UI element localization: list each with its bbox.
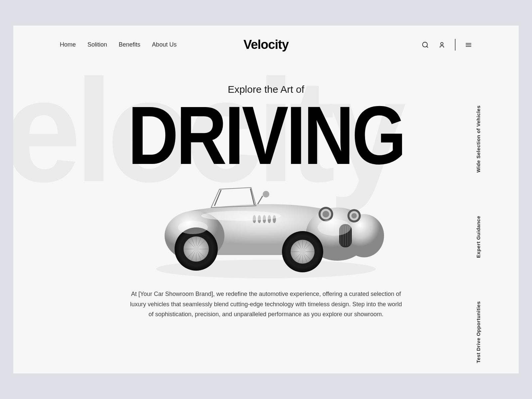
svg-point-0 <box>423 42 428 47</box>
hero-section: Explore the Art of DRIVING <box>13 84 519 173</box>
nav-about[interactable]: About Us <box>152 41 177 48</box>
nav-benefits[interactable]: Benefits <box>119 41 140 48</box>
search-icon <box>422 41 429 49</box>
svg-point-51 <box>201 211 281 221</box>
header: Home Solition Benefits About Us Velocity <box>13 26 519 51</box>
svg-point-12 <box>263 191 269 198</box>
svg-point-53 <box>178 221 208 234</box>
nav-home[interactable]: Home <box>60 41 76 48</box>
user-icon <box>438 41 446 49</box>
feature-test-drive[interactable]: Test Drive Opportunities <box>475 301 482 363</box>
menu-icon <box>465 41 472 49</box>
nav-solition[interactable]: Solition <box>87 41 107 48</box>
svg-line-1 <box>427 46 428 48</box>
svg-point-21 <box>323 211 329 217</box>
svg-point-2 <box>441 42 443 45</box>
menu-button[interactable] <box>465 41 472 49</box>
svg-line-13 <box>258 196 263 204</box>
feature-expert-guidance[interactable]: Expert Guidance <box>475 216 482 258</box>
brand-logo[interactable]: Velocity <box>243 38 289 52</box>
header-divider <box>455 39 456 51</box>
header-actions <box>422 39 472 51</box>
car-illustration-icon <box>141 169 391 282</box>
hero-description: At [Your Car Showroom Brand], we redefin… <box>130 289 402 320</box>
search-button[interactable] <box>422 41 429 49</box>
svg-point-52 <box>318 219 351 236</box>
hero-car-image <box>141 169 391 282</box>
features-sidebar: Wide Selection of Vehicles Expert Guidan… <box>475 105 482 373</box>
svg-point-40 <box>193 246 200 252</box>
main-nav: Home Solition Benefits About Us <box>60 41 177 48</box>
svg-point-24 <box>351 213 357 218</box>
hero-title: DRIVING <box>51 98 481 173</box>
account-button[interactable] <box>438 41 446 49</box>
feature-wide-selection[interactable]: Wide Selection of Vehicles <box>475 105 482 173</box>
page-container: elocity Home Solition Benefits About Us … <box>13 26 519 373</box>
svg-point-50 <box>299 248 306 255</box>
